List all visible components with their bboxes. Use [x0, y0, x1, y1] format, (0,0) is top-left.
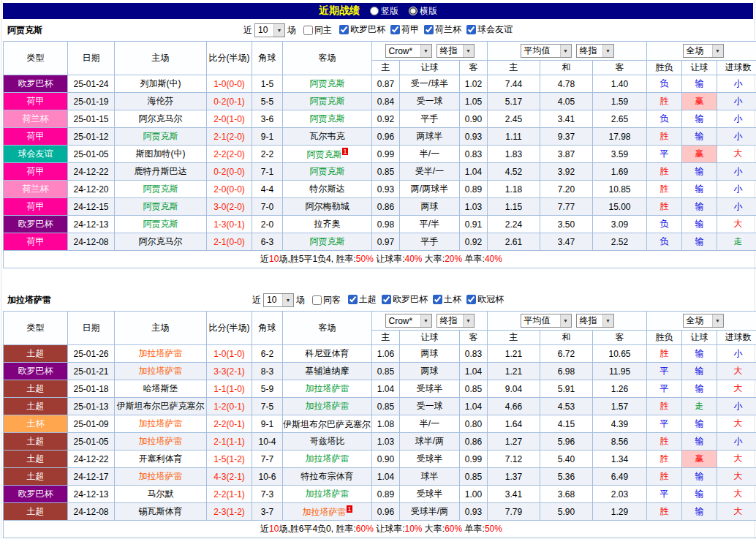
match-score[interactable]: 0-2(0-0) — [207, 163, 252, 181]
team-link[interactable]: 阿贾克斯 — [143, 184, 178, 194]
team-link[interactable]: 加拉塔萨雷 — [139, 418, 183, 429]
match-score[interactable]: 2-1(0-0) — [207, 233, 252, 251]
match-count-select[interactable]: 10 ▼ — [254, 23, 285, 37]
team-link[interactable]: 马尔默 — [148, 489, 174, 499]
team-link[interactable]: 阿贾克斯 — [143, 131, 178, 141]
team-link[interactable]: 基辅迪纳摩 — [306, 366, 349, 376]
match-score[interactable]: 4-3(2-1) — [207, 468, 252, 486]
league-filter-checkbox[interactable]: 欧罗巴杯 — [339, 23, 385, 36]
avg-select[interactable]: 平均值▼ — [521, 44, 572, 58]
match-score[interactable]: 1-5(1-2) — [207, 451, 252, 468]
team-link[interactable]: 鹿特丹斯巴达 — [135, 166, 187, 176]
league-filter-checkbox[interactable]: 球会友谊 — [466, 23, 513, 36]
match-score[interactable]: 0-2(0-1) — [207, 93, 252, 110]
team-link[interactable]: 加拉塔萨雷 — [139, 366, 183, 376]
checkbox[interactable] — [312, 295, 322, 305]
league-filter-checkbox[interactable]: 土杯 — [433, 293, 461, 306]
team-link[interactable]: 科尼亚体育 — [306, 348, 349, 358]
team-link[interactable]: 阿贾克斯 — [143, 219, 178, 229]
same-venue-checkbox[interactable]: 同客 — [312, 294, 341, 306]
avg-type-select[interactable]: 终指▼ — [576, 314, 614, 328]
team-link[interactable]: 加拉塔萨雷 — [139, 348, 183, 358]
team-link[interactable]: 加拉塔萨雷 — [139, 436, 183, 446]
match-score[interactable]: 1-0(0-0) — [207, 75, 252, 93]
team-link[interactable]: 拉齐奥 — [314, 219, 341, 229]
team-link[interactable]: 海伦芬 — [148, 96, 174, 106]
team-link[interactable]: 阿尔克马尔 — [139, 113, 183, 124]
match-count-select[interactable]: 10 ▼ — [263, 293, 294, 307]
match-score[interactable]: 2-1(1-1) — [207, 433, 252, 451]
team-link[interactable]: 加拉塔萨雷 — [306, 401, 349, 411]
match-score[interactable]: 2-2(1-1) — [207, 486, 252, 503]
fulltime-select[interactable]: 全场▼ — [683, 314, 724, 328]
checkbox[interactable] — [424, 25, 434, 34]
checkbox[interactable] — [433, 295, 442, 304]
team-link[interactable]: 加拉塔萨雷 — [306, 489, 349, 499]
checkbox[interactable] — [303, 26, 313, 35]
match-score[interactable]: 2-0(0-0) — [207, 181, 252, 198]
odds-company-select[interactable]: Crow*▼ — [385, 314, 432, 328]
checkbox[interactable] — [382, 295, 391, 304]
team-link[interactable]: 阿尔克马尔 — [139, 236, 183, 246]
match-score[interactable]: 1-3(0-1) — [207, 216, 252, 233]
match-score[interactable]: 2-3(1-2) — [207, 503, 252, 521]
checkbox[interactable] — [348, 295, 358, 304]
team-link[interactable]: 哈塔斯堡 — [143, 383, 178, 393]
team-link[interactable]: 阿尔梅勒城 — [306, 201, 349, 211]
team-link[interactable]: 阿贾克斯 — [310, 78, 345, 88]
league-filter-checkbox[interactable]: 荷甲 — [390, 23, 419, 36]
match-score[interactable]: 2-2(0-1) — [207, 415, 252, 433]
match-score[interactable]: 3-3(2-1) — [207, 363, 252, 380]
team-link[interactable]: 阿贾克斯 — [310, 113, 345, 124]
layout-radio-vertical[interactable]: 竖版 — [370, 5, 398, 18]
team-link[interactable]: 阿贾克斯 — [310, 236, 345, 246]
team-link[interactable]: 特尔斯达 — [310, 184, 345, 194]
checkbox[interactable] — [466, 25, 476, 34]
checkbox[interactable] — [339, 25, 349, 34]
team-link[interactable]: 加拉塔萨雷 — [302, 507, 346, 517]
avg-select[interactable]: 平均值▼ — [521, 314, 572, 328]
team-link[interactable]: 斯图加特(中) — [136, 148, 186, 159]
fulltime-select[interactable]: 全场▼ — [683, 44, 724, 58]
team-link[interactable]: 特拉布宗体育 — [301, 471, 354, 481]
team-link[interactable]: 阿贾克斯 — [306, 149, 341, 159]
avg-away-value: 1.26 — [593, 380, 647, 398]
same-venue-checkbox[interactable]: 同主 — [303, 24, 332, 37]
match-score[interactable]: 3-0(2-0) — [207, 198, 252, 216]
team-link[interactable]: 阿贾克斯 — [310, 96, 345, 106]
avg-type-select[interactable]: 终指▼ — [576, 44, 614, 58]
match-score[interactable]: 1-1(1-0) — [207, 380, 252, 398]
checkbox[interactable] — [390, 25, 400, 34]
league-filter-checkbox[interactable]: 土超 — [348, 293, 377, 306]
match-score[interactable]: 2-0(1-0) — [207, 110, 252, 128]
odds-type-select[interactable]: 终指▼ — [436, 314, 475, 328]
match-row: 土超24-12-17加拉塔萨雷4-3(2-1)10-6特拉布宗体育1.04球半0… — [4, 468, 756, 486]
match-score[interactable]: 2-2(2-0) — [207, 146, 252, 163]
match-score[interactable]: 1-2(0-1) — [207, 398, 252, 415]
odds-company-select[interactable]: Crow*▼ — [385, 44, 432, 58]
team-link[interactable]: 列加斯(中) — [140, 78, 181, 88]
team-link[interactable]: 开塞利体育 — [139, 453, 183, 464]
odds-away-value: 1.03 — [460, 198, 488, 216]
odds-type-select[interactable]: 终指▼ — [436, 44, 475, 58]
team-link[interactable]: 伊斯坦布尔巴萨克塞尔 — [117, 401, 205, 411]
team-link[interactable]: 锡瓦斯体育 — [139, 506, 183, 516]
layout-radio-horizontal[interactable]: 横版 — [409, 5, 437, 18]
team-link[interactable]: 阿贾克斯 — [143, 201, 178, 211]
checkbox[interactable] — [466, 295, 476, 304]
match-score[interactable]: 1-0(1-0) — [207, 345, 252, 363]
team-link[interactable]: 加拉塔萨雷 — [306, 453, 349, 464]
league-filter-checkbox[interactable]: 欧冠杯 — [466, 293, 504, 306]
team-link[interactable]: 伊斯坦布尔巴萨克塞尔 — [283, 419, 371, 429]
team-link[interactable]: 加拉塔萨雷 — [139, 471, 183, 481]
radio-button[interactable] — [409, 7, 417, 15]
col-handicap-result: 让球 — [682, 331, 717, 345]
team-link[interactable]: 阿贾克斯 — [310, 166, 345, 176]
league-filter-checkbox[interactable]: 荷兰杯 — [424, 23, 461, 36]
radio-button[interactable] — [370, 7, 379, 15]
team-link[interactable]: 加拉塔萨雷 — [306, 383, 349, 393]
team-link[interactable]: 哥兹塔比 — [310, 436, 345, 446]
league-filter-checkbox[interactable]: 欧罗巴杯 — [382, 293, 428, 306]
team-link[interactable]: 瓦尔韦克 — [310, 131, 345, 141]
match-score[interactable]: 2-1(2-0) — [207, 128, 252, 146]
